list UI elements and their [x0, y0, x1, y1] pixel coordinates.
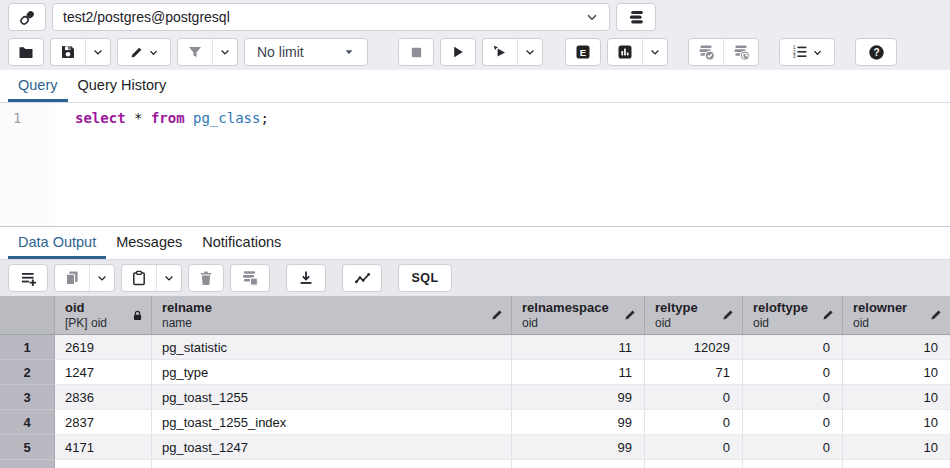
column-header-reltype[interactable]: reltypeoid — [645, 296, 743, 334]
grid-cell-relnamespace[interactable]: 11 — [512, 360, 645, 385]
tab-data-output[interactable]: Data Output — [8, 234, 106, 259]
graph-visualiser-button[interactable] — [343, 265, 381, 291]
explain-analyze-button[interactable] — [608, 39, 642, 65]
grid-cell-relowner[interactable]: 10 — [843, 335, 950, 360]
row-number[interactable] — [0, 460, 55, 468]
row-number[interactable]: 3 — [0, 385, 55, 410]
results-grid: oid[PK] oidrelnamenamerelnamespaceoidrel… — [0, 296, 950, 468]
grid-cell-reltype[interactable]: 12029 — [645, 335, 743, 360]
grid-cell-reloftype[interactable]: 0 — [743, 360, 843, 385]
copy-button[interactable] — [55, 265, 89, 291]
connection-status-button[interactable] — [8, 3, 46, 31]
edit-column-icon — [821, 308, 835, 322]
sql-editor[interactable]: select * from pg_class; — [55, 103, 950, 226]
execute-options-dropdown[interactable] — [517, 39, 542, 65]
execute-icon — [450, 44, 466, 60]
cancel-query-button[interactable] — [399, 39, 433, 65]
tab-notifications[interactable]: Notifications — [192, 234, 291, 259]
grid-cell-relname[interactable]: pg_type — [152, 360, 512, 385]
download-button[interactable] — [287, 265, 325, 291]
execute-button[interactable] — [441, 39, 475, 65]
column-header-oid[interactable]: oid[PK] oid — [55, 296, 152, 334]
commit-button[interactable] — [689, 39, 723, 65]
grid-cell-reltype[interactable]: 0 — [645, 385, 743, 410]
edit-column-icon — [623, 308, 637, 322]
grid-cell-oid[interactable]: 1247 — [55, 360, 152, 385]
new-connection-button[interactable] — [616, 3, 656, 31]
explain-options-dropdown[interactable] — [642, 39, 667, 65]
grid-cell-reloftype[interactable]: 0 — [743, 435, 843, 460]
grid-cell-relowner[interactable] — [843, 460, 950, 468]
grid-cell-reltype[interactable] — [645, 460, 743, 468]
column-header-reloftype[interactable]: reloftypeoid — [743, 296, 843, 334]
rollback-icon — [732, 43, 750, 61]
row-number[interactable]: 5 — [0, 435, 55, 460]
save-file-button[interactable] — [51, 39, 85, 65]
open-file-button[interactable] — [9, 39, 43, 65]
paste-button[interactable] — [122, 265, 156, 291]
grid-cell-relnamespace[interactable]: 99 — [512, 385, 645, 410]
grid-row: 32836pg_toast_1255990010 — [0, 385, 950, 410]
grid-row: 21247pg_type1171010 — [0, 360, 950, 385]
paste-options-dropdown[interactable] — [156, 265, 181, 291]
grid-cell-relowner[interactable]: 10 — [843, 385, 950, 410]
grid-cell-relnamespace[interactable]: 99 — [512, 410, 645, 435]
grid-cell-oid[interactable] — [55, 460, 152, 468]
column-header-relnamespace[interactable]: relnamespaceoid — [512, 296, 645, 334]
column-header-relname[interactable]: relnamename — [152, 296, 512, 334]
grid-cell-reloftype[interactable]: 0 — [743, 335, 843, 360]
grid-cell-oid[interactable]: 4171 — [55, 435, 152, 460]
column-header-relowner[interactable]: relowneroid — [843, 296, 950, 334]
grid-cell-relnamespace[interactable]: 99 — [512, 435, 645, 460]
connection-selector[interactable]: test2/postgres@postgresql — [52, 3, 610, 31]
tab-query-history[interactable]: Query History — [68, 77, 177, 102]
rollback-button[interactable] — [723, 39, 758, 65]
grid-cell-relowner[interactable]: 10 — [843, 360, 950, 385]
grid-cell-reltype[interactable]: 71 — [645, 360, 743, 385]
grid-cell-reltype[interactable]: 0 — [645, 410, 743, 435]
explain-button[interactable]: E — [566, 39, 600, 65]
svg-text:E: E — [580, 47, 586, 58]
row-number[interactable]: 1 — [0, 335, 55, 360]
chevron-down-icon — [163, 272, 175, 284]
delete-row-button[interactable] — [189, 265, 223, 291]
tab-messages[interactable]: Messages — [106, 234, 192, 259]
filter-options-dropdown[interactable] — [212, 39, 237, 65]
row-limit-select[interactable]: No limit — [244, 38, 368, 66]
svg-text:?: ? — [873, 47, 879, 58]
add-row-button[interactable] — [9, 265, 47, 291]
grid-cell-reloftype[interactable] — [743, 460, 843, 468]
grid-cell-relnamespace[interactable] — [512, 460, 645, 468]
grid-cell-oid[interactable]: 2619 — [55, 335, 152, 360]
save-data-changes-button[interactable] — [231, 265, 269, 291]
tab-query[interactable]: Query — [8, 77, 68, 102]
grid-cell-reltype[interactable]: 0 — [645, 435, 743, 460]
select-all-corner[interactable] — [0, 296, 55, 334]
help-button[interactable]: ? — [856, 39, 896, 65]
grid-cell-relowner[interactable]: 10 — [843, 410, 950, 435]
grid-cell-relname[interactable]: pg_statistic — [152, 335, 512, 360]
grid-cell-relnamespace[interactable]: 11 — [512, 335, 645, 360]
connection-bar: test2/postgres@postgresql — [0, 0, 950, 34]
execute-options-button[interactable] — [483, 39, 517, 65]
open-file-icon — [18, 44, 34, 60]
grid-cell-reloftype[interactable]: 0 — [743, 385, 843, 410]
grid-cell-oid[interactable]: 2836 — [55, 385, 152, 410]
filter-icon — [187, 44, 203, 60]
grid-cell-oid[interactable]: 2837 — [55, 410, 152, 435]
grid-cell-reloftype[interactable]: 0 — [743, 410, 843, 435]
grid-cell-relname[interactable]: pg_toast_1255_index — [152, 410, 512, 435]
grid-cell-relowner[interactable]: 10 — [843, 435, 950, 460]
grid-cell-relname[interactable]: pg_toast_1247 — [152, 435, 512, 460]
row-number[interactable]: 2 — [0, 360, 55, 385]
edit-menu-button[interactable] — [118, 39, 170, 65]
grid-cell-relname[interactable]: pg_toast_1255 — [152, 385, 512, 410]
filter-button[interactable] — [178, 39, 212, 65]
copy-options-dropdown[interactable] — [89, 265, 114, 291]
save-options-dropdown[interactable] — [85, 39, 110, 65]
grid-cell-relname[interactable] — [152, 460, 512, 468]
show-sql-button[interactable]: SQL — [399, 265, 451, 291]
chevron-down-icon — [524, 46, 536, 58]
macros-button[interactable]: 123 — [780, 39, 834, 65]
row-number[interactable]: 4 — [0, 410, 55, 435]
